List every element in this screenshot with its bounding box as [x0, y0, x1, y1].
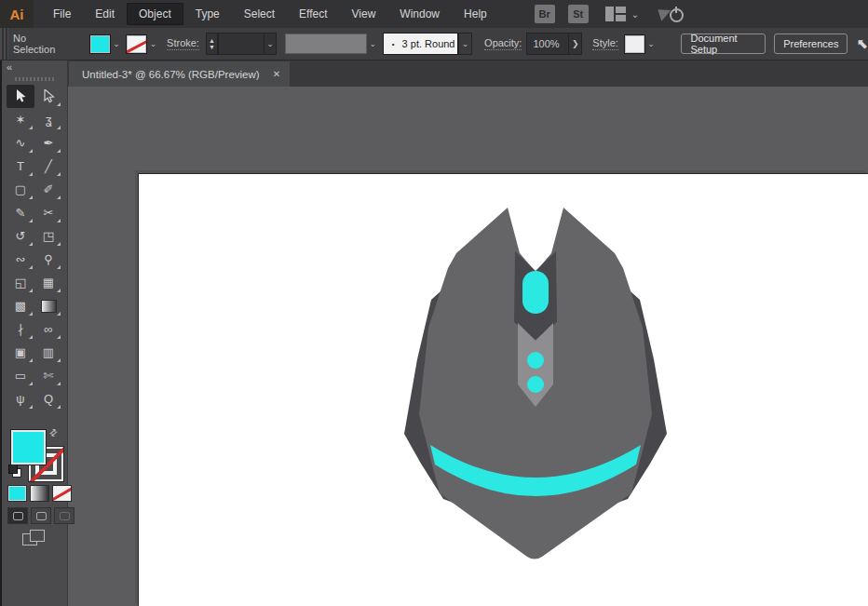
fill-color-swatch[interactable] [89, 34, 111, 54]
menu-item-edit[interactable]: Edit [83, 3, 127, 25]
flyout-corner-icon [57, 289, 61, 292]
tool-symbol-sprayer-tool[interactable]: ▣ [7, 341, 34, 364]
fill-dropdown-chevron-icon[interactable]: ⌄ [111, 35, 123, 53]
workspace-switcher-icon[interactable] [605, 7, 626, 21]
slice-tool-icon: ✄ [44, 369, 54, 383]
flyout-corner-icon [57, 358, 61, 362]
draw-behind-button[interactable] [31, 507, 51, 524]
style-label[interactable]: Style: [592, 37, 618, 50]
document-tab[interactable]: Untitled-3* @ 66.67% (RGB/Preview) ✕ [69, 61, 290, 87]
default-fill-stroke-icon[interactable] [8, 465, 20, 476]
menu-item-object[interactable]: Object [127, 3, 183, 25]
tool-paintbrush-tool[interactable]: ✐ [34, 178, 62, 201]
style-chevron-icon[interactable]: ⌄ [645, 35, 658, 53]
opacity-label[interactable]: Opacity: [484, 37, 522, 50]
menu-item-window[interactable]: Window [387, 3, 452, 25]
tool-perspective-grid-tool[interactable]: ▦ [34, 271, 62, 294]
menu-items: FileEditObjectTypeSelectEffectViewWindow… [41, 3, 499, 25]
tool-lasso-tool[interactable]: ʓ [34, 108, 62, 131]
stroke-color-swatch[interactable] [126, 34, 147, 54]
curvature-tool-icon: ∿ [16, 136, 26, 150]
swap-fill-stroke-icon[interactable]: ⇄ [47, 426, 59, 439]
tool-pencil-tool[interactable]: ✎ [7, 201, 34, 224]
shape-builder-tool-icon: ◱ [15, 276, 26, 290]
bridge-button[interactable]: Br [535, 5, 555, 23]
type-tool-icon: T [17, 159, 24, 173]
flyout-corner-icon [57, 172, 61, 176]
draw-normal-button[interactable] [7, 507, 28, 524]
tool-slice-tool[interactable]: ✄ [34, 364, 62, 387]
tool-type-tool[interactable]: T [7, 155, 34, 178]
control-bar-grip[interactable] [0, 28, 8, 60]
tool-puppet-warp-tool[interactable]: ⚲ [34, 248, 62, 271]
tool-rectangle-tool[interactable]: ▢ [7, 178, 34, 201]
tool-scissors-tool[interactable]: ✂ [34, 201, 62, 224]
tools-grid: ✶ʓ∿✒T╱▢✐✎✂↺◳∾⚲◱▦▩∤∞▣▥▭✄ψQ [7, 85, 62, 411]
menu-item-select[interactable]: Select [232, 3, 287, 25]
stroke-width-stepper[interactable]: ▲▼ [206, 33, 218, 55]
tool-scale-tool[interactable]: ◳ [34, 224, 62, 248]
mouse-scroll-wheel[interactable] [522, 271, 549, 314]
magic-wand-tool-icon: ✶ [16, 113, 26, 127]
chevron-down-icon[interactable]: ⌄ [631, 9, 639, 20]
tool-pen-tool[interactable]: ✒ [34, 131, 62, 155]
tool-selection-tool[interactable] [7, 85, 34, 108]
opacity-field[interactable]: 100% [526, 33, 569, 55]
menu-item-view[interactable]: View [340, 3, 388, 25]
color-button[interactable] [7, 485, 27, 502]
stroke-width-chevron-icon[interactable]: ⌄ [264, 33, 278, 55]
stroke-dropdown-chevron-icon[interactable]: ⌄ [147, 35, 159, 53]
none-button[interactable] [52, 485, 72, 502]
flyout-corner-icon [29, 382, 33, 385]
preferences-button[interactable]: Preferences [774, 34, 848, 54]
screen-mode-button[interactable] [22, 530, 47, 548]
mouse-illustration[interactable] [138, 173, 868, 606]
tool-hand-tool[interactable]: ψ [7, 387, 34, 411]
menu-item-file[interactable]: File [41, 3, 83, 25]
flyout-corner-icon [29, 358, 33, 362]
tool-column-graph-tool[interactable]: ▥ [34, 341, 62, 364]
stroke-label[interactable]: Stroke: [167, 37, 199, 50]
tools-panel: « ✶ʓ∿✒T╱▢✐✎✂↺◳∾⚲◱▦▩∤∞▣▥▭✄ψQ ⇄ [2, 60, 68, 606]
close-icon[interactable]: ✕ [273, 69, 280, 79]
style-swatch[interactable] [624, 34, 645, 54]
mouse-dpi-dot-2[interactable] [527, 376, 544, 393]
tool-curvature-tool[interactable]: ∿ [7, 131, 34, 155]
mouse-dpi-dot-1[interactable] [527, 352, 544, 369]
stroke-width-field[interactable] [218, 33, 264, 55]
opacity-flyout-icon[interactable]: ❯ [569, 33, 582, 55]
tool-width-tool[interactable]: ∾ [7, 248, 34, 271]
brush-definition-dropdown[interactable]: • 3 pt. Round [383, 33, 458, 55]
panel-drag-grip[interactable] [15, 77, 54, 81]
width-tool-icon: ∾ [16, 252, 26, 266]
gpu-performance-icon[interactable] [659, 5, 684, 23]
tool-line-segment-tool[interactable]: ╱ [34, 155, 62, 178]
document-tab-title: Untitled-3* @ 66.67% (RGB/Preview) [82, 69, 260, 80]
tool-eyedropper-tool[interactable]: ∤ [7, 317, 34, 341]
gradient-button[interactable] [30, 485, 49, 502]
tool-magic-wand-tool[interactable]: ✶ [7, 108, 34, 131]
menu-item-effect[interactable]: Effect [287, 3, 339, 25]
tool-direct-selection-tool[interactable] [34, 85, 62, 108]
menu-item-help[interactable]: Help [452, 3, 499, 25]
document-setup-button[interactable]: Document Setup [681, 34, 766, 54]
menu-item-type[interactable]: Type [183, 3, 232, 25]
stock-button[interactable]: St [568, 5, 589, 23]
fill-indicator-swatch[interactable] [10, 429, 47, 465]
tool-zoom-tool[interactable]: Q [34, 387, 62, 411]
tool-gradient-tool[interactable] [34, 294, 62, 317]
flyout-corner-icon [29, 242, 33, 246]
tool-mesh-tool[interactable]: ▩ [7, 294, 34, 317]
tool-rotate-tool[interactable]: ↺ [7, 224, 34, 248]
brush-chevron-icon[interactable]: ⌄ [458, 33, 472, 55]
collapse-panel-icon[interactable]: « [7, 61, 12, 73]
align-panel-icon[interactable]: ⬉ [856, 35, 868, 52]
tool-shape-builder-tool[interactable]: ◱ [7, 271, 34, 294]
selection-status: No Selection [13, 33, 63, 55]
tool-artboard-tool[interactable]: ▭ [7, 364, 34, 387]
brush-definition-value: 3 pt. Round [402, 38, 455, 49]
left-edge-strip [0, 60, 2, 606]
hand-tool-icon: ψ [16, 392, 24, 406]
flyout-corner-icon [29, 265, 33, 269]
tool-blend-tool[interactable]: ∞ [34, 317, 62, 341]
